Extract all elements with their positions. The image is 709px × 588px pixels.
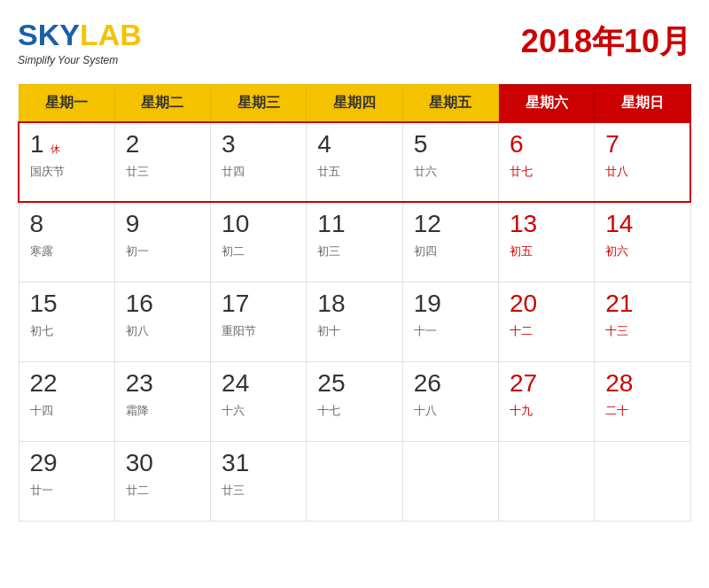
day-number: 12 [414,210,441,238]
day-number: 7 [605,130,619,159]
cal-cell: 27十九 [498,361,594,441]
cal-cell: 14初六 [595,202,690,282]
lunar-label: 二十 [605,403,679,419]
weekday-header-5: 星期六 [498,85,594,123]
cal-cell: 22十四 [19,361,114,441]
lunar-label: 廿四 [222,164,295,180]
day-number: 29 [30,449,58,477]
day-number: 21 [605,290,633,318]
day-number: 26 [414,369,441,398]
day-number: 25 [317,369,345,398]
cal-cell: 28二十 [595,361,690,441]
cal-cell [498,441,594,521]
day-number: 9 [126,210,140,238]
day-number: 19 [414,290,441,318]
cal-cell [307,441,402,521]
cal-cell: 18初十 [307,282,402,361]
lunar-label: 初七 [30,323,104,339]
cal-cell: 25十七 [307,361,402,441]
cal-cell: 20十二 [498,282,594,361]
day-number: 23 [126,369,153,398]
cal-cell: 2廿三 [114,122,210,202]
day-number: 27 [510,369,537,398]
lunar-label: 十三 [605,323,679,339]
day-number: 4 [317,130,331,159]
day-number: 20 [510,290,537,318]
week-row-4: 29廿一30廿二31廿三 [19,441,690,521]
lunar-label: 十四 [30,403,104,419]
day-number: 8 [30,210,44,238]
day-number: 28 [605,369,633,398]
day-number: 1 [30,130,44,159]
page-header: SKYLAB Simplify Your System 2018年10月 [18,18,691,66]
lunar-label: 霜降 [126,403,199,419]
cal-cell: 6廿七 [498,122,594,202]
cal-cell: 10初二 [211,202,307,282]
day-number: 15 [30,290,58,318]
cal-cell: 31廿三 [211,441,307,521]
lunar-label: 国庆节 [30,164,104,180]
cal-cell [402,441,498,521]
lunar-label: 廿六 [414,164,487,180]
cal-cell: 3廿四 [211,122,307,202]
cal-cell: 7廿八 [595,122,690,202]
day-number: 14 [605,210,633,238]
lunar-label: 廿五 [317,164,391,180]
cal-cell: 24十六 [211,361,307,441]
weekday-header-1: 星期二 [114,85,210,123]
cal-cell: 29廿一 [19,441,114,521]
logo-subtitle: Simplify Your System [18,54,142,66]
day-number: 13 [510,210,537,238]
lunar-label: 十二 [510,323,583,339]
logo-sky: SKY [18,18,80,51]
calendar-table: 星期一星期二星期三星期四星期五星期六星期日 1休国庆节2廿三3廿四4廿五5廿六6… [18,84,691,522]
day-number: 3 [222,130,236,159]
cal-cell: 15初七 [19,282,114,361]
lunar-label: 廿七 [510,164,583,180]
week-row-2: 15初七16初八17重阳节18初十19十一20十二21十三 [19,282,690,361]
cal-cell: 9初一 [114,202,210,282]
lunar-label: 廿三 [126,164,199,180]
cal-cell: 8寒露 [19,202,114,282]
cal-cell: 23霜降 [114,361,210,441]
cal-cell: 30廿二 [114,441,210,521]
lunar-label: 初六 [605,244,679,259]
weekday-header-4: 星期五 [402,85,498,123]
day-number: 2 [126,130,140,159]
cal-cell: 26十八 [402,361,498,441]
cal-cell: 17重阳节 [211,282,307,361]
cal-cell: 4廿五 [307,122,402,202]
lunar-label: 十九 [510,403,583,419]
weekday-header-row: 星期一星期二星期三星期四星期五星期六星期日 [19,85,690,123]
weekday-header-6: 星期日 [595,85,690,123]
day-number: 6 [510,130,524,159]
cal-cell: 21十三 [595,282,690,361]
cal-cell [595,441,690,521]
logo-area: SKYLAB Simplify Your System [18,18,142,66]
day-number: 30 [126,449,153,477]
lunar-label: 廿二 [126,483,199,499]
week-row-3: 22十四23霜降24十六25十七26十八27十九28二十 [19,361,690,441]
cal-cell: 5廿六 [402,122,498,202]
day-number: 16 [126,290,153,318]
day-number: 17 [222,290,249,318]
day-number: 10 [222,210,249,238]
lunar-label: 十八 [414,403,487,419]
lunar-label: 初二 [222,244,295,259]
lunar-label: 初三 [317,244,391,259]
lunar-label: 初五 [510,244,583,259]
cal-cell: 11初三 [307,202,402,282]
weekday-header-2: 星期三 [211,85,307,123]
day-number: 5 [414,130,428,159]
lunar-label: 寒露 [30,244,104,259]
day-number: 31 [222,449,249,477]
day-number: 24 [222,369,249,398]
lunar-label: 廿三 [222,483,295,499]
lunar-label: 初十 [317,323,391,339]
logo-lab: LAB [80,18,142,51]
lunar-label: 初一 [126,244,199,259]
lunar-label: 廿八 [605,164,679,180]
cal-cell: 12初四 [402,202,498,282]
logo: SKYLAB [18,18,142,52]
month-title: 2018年10月 [521,20,691,64]
